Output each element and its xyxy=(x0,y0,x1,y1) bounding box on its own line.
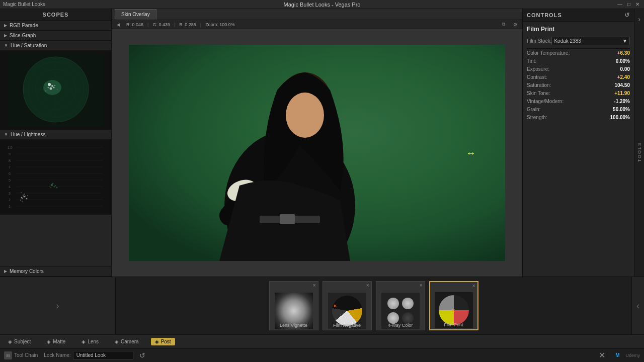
bottom-section: › ×Lens Vignette K ×Film Negative ×4-Way… xyxy=(0,277,644,362)
preview-b: B: 0.285 xyxy=(179,22,196,27)
thumb-name: Film Print xyxy=(444,322,463,327)
film-thumb[interactable]: K ×Film Negative xyxy=(323,281,372,330)
control-value[interactable]: -1.20% xyxy=(614,99,630,104)
thumb-name: Film Negative xyxy=(333,323,361,328)
nav-icon: ◈ xyxy=(47,339,51,344)
svg-text:8: 8 xyxy=(9,159,11,162)
preview-g: G: 0.439 xyxy=(152,22,170,27)
lock-name-input[interactable] xyxy=(73,351,133,359)
slice-graph-section: ▶ Slice Graph xyxy=(0,31,111,41)
svg-text:1: 1 xyxy=(9,205,11,208)
window-controls: — □ ✕ xyxy=(616,2,641,7)
hue-sat-section: ▼ Hue / Saturation xyxy=(0,41,111,130)
strip-left-collapse-btn[interactable]: › xyxy=(56,297,59,315)
svg-point-52 xyxy=(55,185,56,186)
preview-zoom: Zoom: 100.0% xyxy=(205,22,235,27)
nav-icon: ◈ xyxy=(82,339,86,344)
svg-point-9 xyxy=(51,85,53,87)
svg-point-53 xyxy=(49,186,50,187)
svg-text:3: 3 xyxy=(9,192,11,195)
strip-right-expand-btn[interactable]: ‹ xyxy=(636,297,639,315)
preview-settings-btn[interactable]: ⚙ xyxy=(511,22,519,28)
svg-point-15 xyxy=(57,89,58,90)
control-label: Contrast: xyxy=(527,74,547,80)
minimize-button[interactable]: — xyxy=(616,2,624,7)
main-layout: SCOPES ▶ RGB Parade ▶ Slice Graph ▼ xyxy=(0,9,644,362)
svg-text:9: 9 xyxy=(9,152,11,156)
control-value[interactable]: +2.40 xyxy=(617,74,630,80)
hue-lightness-graph: 1.0 9 8 7 6 5 4 3 2 1 xyxy=(7,142,105,212)
refresh-button[interactable]: ↺ xyxy=(624,12,630,19)
hue-lightness-content: 1.0 9 8 7 6 5 4 3 2 1 xyxy=(0,139,111,215)
hue-sat-toggle[interactable]: ▼ Hue / Saturation xyxy=(0,41,111,50)
film-stock-dropdown[interactable]: Kodak 2383 ▼ xyxy=(551,37,630,45)
preview-r: R: 0.046 xyxy=(126,22,143,27)
tools-expand-btn[interactable]: › xyxy=(638,11,640,27)
thumb-close-btn[interactable]: × xyxy=(472,283,475,289)
film-thumb[interactable]: ×Lens Vignette xyxy=(269,281,318,330)
toolbar-left-btn[interactable]: ◀ xyxy=(115,22,122,28)
nav-label: Camera xyxy=(121,339,139,344)
nav-item-lens[interactable]: ◈Lens xyxy=(77,338,103,345)
tool-chain-label: Tool Chain xyxy=(14,352,38,358)
nav-label: Subject xyxy=(14,339,31,344)
maximize-button[interactable]: □ xyxy=(626,2,632,7)
memory-colors-label: Memory Colors xyxy=(10,268,44,274)
film-thumb[interactable]: ×4-Way Color xyxy=(376,281,425,330)
nav-item-matte[interactable]: ◈Matte xyxy=(43,338,69,345)
scopes-header: SCOPES xyxy=(0,9,111,21)
film-thumb[interactable]: K ×Film Print xyxy=(429,281,478,330)
divider xyxy=(527,48,630,49)
control-value[interactable]: 0.00% xyxy=(616,58,630,64)
thumb-close-btn[interactable]: × xyxy=(420,283,423,288)
app-name: Magic Bullet Looks xyxy=(3,2,45,7)
controls-title-text: CONTROLS xyxy=(527,12,562,18)
control-value[interactable]: +11.90 xyxy=(614,90,630,96)
svg-point-38 xyxy=(23,195,24,196)
thumb-close-btn[interactable]: × xyxy=(366,283,369,288)
control-row: Tint:0.00% xyxy=(527,58,630,64)
memory-colors-arrow: ▶ xyxy=(4,269,7,274)
lock-name-item: Lock Name: xyxy=(44,351,133,359)
film-strip-main: ×Lens Vignette K ×Film Negative ×4-Way C… xyxy=(116,277,631,334)
svg-text:5: 5 xyxy=(9,178,11,182)
preview-container: ↔ xyxy=(129,45,505,261)
left-panel: SCOPES ▶ RGB Parade ▶ Slice Graph ▼ xyxy=(0,9,112,277)
control-label: Color Temperature: xyxy=(527,50,570,56)
film-stock-label: Film Stock: xyxy=(527,38,551,44)
thumb-close-btn[interactable]: × xyxy=(313,283,316,288)
control-value[interactable]: 0.00 xyxy=(620,66,630,72)
control-value[interactable]: 50.00% xyxy=(613,107,630,112)
lock-name-label: Lock Name: xyxy=(44,352,70,358)
control-value[interactable]: +6.30 xyxy=(617,50,630,56)
hue-sat-content xyxy=(0,50,111,129)
nav-icon: ◈ xyxy=(8,339,12,344)
nav-icon: ◈ xyxy=(155,339,159,344)
close-button[interactable]: ✕ xyxy=(634,2,641,7)
svg-point-10 xyxy=(49,87,52,90)
nav-item-subject[interactable]: ◈Subject xyxy=(4,338,35,345)
rgb-parade-toggle[interactable]: ▶ RGB Parade xyxy=(0,21,111,30)
strip-right-area: ‹ xyxy=(631,277,644,334)
reset-button[interactable]: ↺ xyxy=(139,351,145,359)
control-value[interactable]: 104.50 xyxy=(614,82,630,88)
skin-overlay-tab[interactable]: Skin Overlay xyxy=(115,9,156,20)
center-panel: Skin Overlay ◀ R: 0.046 | G: 0.439 | B: … xyxy=(112,9,522,277)
nav-label: Lens xyxy=(88,339,99,344)
hue-lightness-toggle[interactable]: ▼ Hue / Lightness xyxy=(0,130,111,139)
control-properties: Color Temperature:+6.30Tint:0.00%Exposur… xyxy=(527,50,630,121)
nav-item-post[interactable]: ◈Post xyxy=(151,338,175,345)
svg-point-13 xyxy=(54,85,55,86)
control-value[interactable]: 100.00% xyxy=(610,115,630,120)
top-section: SCOPES ▶ RGB Parade ▶ Slice Graph ▼ xyxy=(0,9,644,277)
memory-colors-toggle[interactable]: ▶ Memory Colors xyxy=(0,266,111,276)
control-label: Saturation: xyxy=(527,82,551,88)
svg-rect-16 xyxy=(7,142,105,212)
tool-chain-toggle[interactable]: ⊞ xyxy=(4,351,12,359)
nav-item-camera[interactable]: ◈Camera xyxy=(111,338,143,345)
slice-graph-toggle[interactable]: ▶ Slice Graph xyxy=(0,31,111,40)
close-icon[interactable]: ✕ xyxy=(599,350,605,360)
preview-compare-btn[interactable]: ⧉ xyxy=(500,21,507,28)
strip-left-area: › xyxy=(0,277,116,334)
control-row: Vintage/Modern:-1.20% xyxy=(527,98,630,105)
